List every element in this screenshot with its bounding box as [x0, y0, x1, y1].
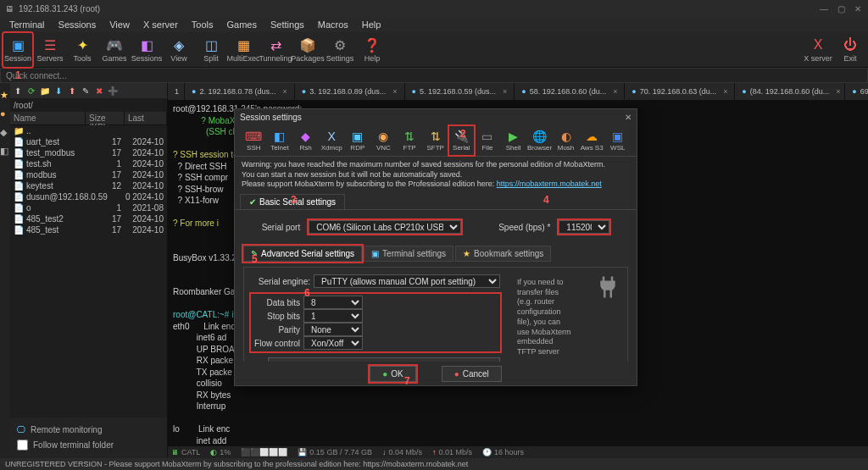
session-button[interactable]: ▣Session [3, 33, 32, 67]
refresh-icon[interactable]: ⟳ [25, 85, 37, 97]
terminal-tab[interactable]: ●2. 192.168.0.78 (dus...× [185, 83, 295, 100]
packages-button[interactable]: 📦Packages [293, 33, 322, 67]
plug-icon [595, 274, 620, 300]
session-type-wsl[interactable]: ▣WSL [605, 126, 630, 155]
session-type-sftp[interactable]: ⇅SFTP [423, 126, 448, 155]
session-type-ftp[interactable]: ⇅FTP [398, 126, 422, 155]
quick-connect-input[interactable]: Quick connect... [0, 68, 868, 83]
split-button[interactable]: ◫Split [197, 33, 225, 67]
remote-monitoring-toggle[interactable]: 🖵Remote monitoring [17, 423, 160, 437]
stop-bits-select[interactable]: 1 [303, 309, 363, 323]
sessions-button[interactable]: ◧Sessions [132, 33, 161, 67]
exit-button[interactable]: ⏻Exit [836, 33, 865, 67]
list-item[interactable]: 📄dusun@192.168.0.5902024-10 [10, 191, 167, 202]
menu-macros[interactable]: Macros [312, 18, 354, 31]
menu-terminal[interactable]: Terminal [3, 18, 51, 31]
session-type-ssh[interactable]: ⌨SSH [242, 126, 266, 155]
serial-port-select[interactable]: COM6 (Silicon Labs CP210x USB to UART Br… [309, 220, 461, 234]
cancel-button[interactable]: ●Cancel [442, 366, 502, 382]
settings-button[interactable]: ⚙Settings [326, 33, 354, 67]
menu-help[interactable]: Help [356, 18, 387, 31]
session-type-xdmcp[interactable]: XXdmcp [320, 126, 344, 155]
tunneling-button[interactable]: ⇄Tunneling [261, 33, 290, 67]
rail-macro-icon[interactable]: ◧ [0, 146, 10, 156]
minimize-button[interactable]: — [819, 3, 829, 14]
session-type-rdp[interactable]: ▣RDP [346, 126, 370, 155]
flow-control-select[interactable]: Xon/Xoff [303, 336, 363, 350]
sidebar-footer: 🖵Remote monitoring Follow terminal folde… [10, 417, 167, 458]
list-item[interactable]: 📄keytest122024-10 [10, 180, 167, 191]
sidebar: ⬆ ⟳ 📁 ⬇ ⬆ ✎ ✖ ➕ /root/ Name Size (KB) La… [10, 83, 168, 458]
session-type-file[interactable]: ▭File [476, 126, 500, 155]
view-button[interactable]: ◈View [164, 33, 193, 67]
session-type-browser[interactable]: 🌐Browser [527, 126, 552, 155]
advanced-serial-tab[interactable]: ✎Advanced Serial settings [243, 246, 362, 262]
main-toolbar: ▣Session☰Servers✦Tools🎮Games◧Sessions◈Vi… [0, 32, 868, 68]
menu-sessions[interactable]: Sessions [53, 18, 103, 31]
close-button[interactable]: ✕ [853, 3, 863, 14]
speed-select[interactable]: 115200 [559, 220, 609, 234]
window-title: 192.168.31.243 (root) [19, 4, 100, 14]
edit-icon[interactable]: ✎ [80, 85, 92, 97]
breadcrumb[interactable]: /root/ [10, 98, 167, 112]
games-button[interactable]: 🎮Games [100, 33, 129, 67]
help-button[interactable]: ❓Help [358, 33, 387, 67]
terminal-tab[interactable]: ●58. 192.168.0.60 (du...× [515, 83, 625, 100]
terminal-tab[interactable]: ●69. 192.168.0.5 (catc...× [845, 83, 868, 100]
session-type-rsh[interactable]: ◆Rsh [293, 126, 318, 155]
list-item[interactable]: 📄485_test2172024-10 [10, 213, 167, 224]
session-type-vnc[interactable]: ◉VNC [371, 126, 396, 155]
terminal-tab[interactable]: 1 [168, 83, 185, 100]
dialog-close-icon[interactable]: ✕ [625, 113, 632, 122]
parity-select[interactable]: None [303, 323, 363, 336]
step-3-label: 3 [291, 194, 297, 206]
nav-up-icon[interactable]: ⬆ [12, 85, 24, 97]
terminal-settings-tab[interactable]: ▣Terminal settings [364, 246, 453, 262]
session-settings-dialog: Session settings ✕ ⌨SSH◧Telnet◆RshXXdmcp… [234, 108, 637, 386]
x-server-button[interactable]: XX server [804, 33, 832, 67]
menu-tools[interactable]: Tools [186, 18, 220, 31]
new-folder-icon[interactable]: ➕ [107, 85, 119, 97]
download-icon[interactable]: ⬇ [53, 85, 64, 97]
terminal-tab[interactable]: ●5. 192.168.0.59 (dus...× [405, 83, 515, 100]
sidebar-rail: ★ ● ◆ ◧ [0, 83, 10, 458]
list-item[interactable]: 📄485_test172024-10 [10, 224, 167, 235]
list-item[interactable]: 📄uart_test172024-10 [10, 136, 167, 147]
terminal-tab[interactable]: ●(84. 192.168.0.60 (du...× [735, 83, 845, 100]
menu-view[interactable]: View [103, 18, 136, 31]
step-4-label: 4 [543, 194, 549, 206]
list-item[interactable]: 📄o12021-08 [10, 202, 167, 213]
maximize-button[interactable]: ▢ [836, 3, 846, 14]
engine-select[interactable]: PuTTY (allows manual COM port setting) [314, 274, 500, 288]
rail-star-icon[interactable]: ★ [0, 90, 10, 100]
servers-button[interactable]: ☰Servers [36, 33, 64, 67]
list-item[interactable]: 📄test.sh12024-10 [10, 158, 167, 169]
step-7-label: 7 [404, 375, 410, 387]
multiexec-button[interactable]: ▦MultiExec [229, 33, 258, 67]
bookmark-settings-tab[interactable]: ★Bookmark settings [455, 246, 551, 262]
rail-tools-icon[interactable]: ◆ [0, 127, 10, 137]
step-1-label: 1 [15, 69, 21, 81]
menu-games[interactable]: Games [221, 18, 263, 31]
session-type-aws-s3[interactable]: ☁Aws S3 [580, 126, 604, 155]
advanced-panel: Serial engine: PuTTY (allows manual COM … [243, 267, 628, 362]
upload-icon[interactable]: ⬆ [66, 85, 78, 97]
menu-settings[interactable]: Settings [264, 18, 310, 31]
folder-icon[interactable]: 📁 [39, 85, 51, 97]
step-2-label: 2 [460, 128, 466, 140]
rail-globe-icon[interactable]: ● [0, 108, 10, 119]
follow-folder-toggle[interactable]: Follow terminal folder [17, 437, 160, 453]
terminal-tab[interactable]: ●3. 192.168.0.89 (dus...× [295, 83, 405, 100]
terminal-tab[interactable]: ●70. 192.168.0.63 (du...× [625, 83, 735, 100]
menu-x server[interactable]: X server [137, 18, 184, 31]
session-type-shell[interactable]: ▶Shell [501, 126, 526, 155]
tools-button[interactable]: ✦Tools [68, 33, 97, 67]
session-type-mosh[interactable]: ◐Mosh [554, 126, 578, 155]
list-item[interactable]: 📄modbus172024-10 [10, 169, 167, 180]
list-item[interactable]: 📄test_modbus172024-10 [10, 147, 167, 158]
session-type-telnet[interactable]: ◧Telnet [268, 126, 292, 155]
list-item[interactable]: 📁.. [10, 125, 167, 136]
delete-icon[interactable]: ✖ [93, 85, 105, 97]
data-bits-select[interactable]: 8 [303, 296, 363, 309]
warning-link[interactable]: https://mobaxterm.mobatek.net [497, 180, 602, 188]
